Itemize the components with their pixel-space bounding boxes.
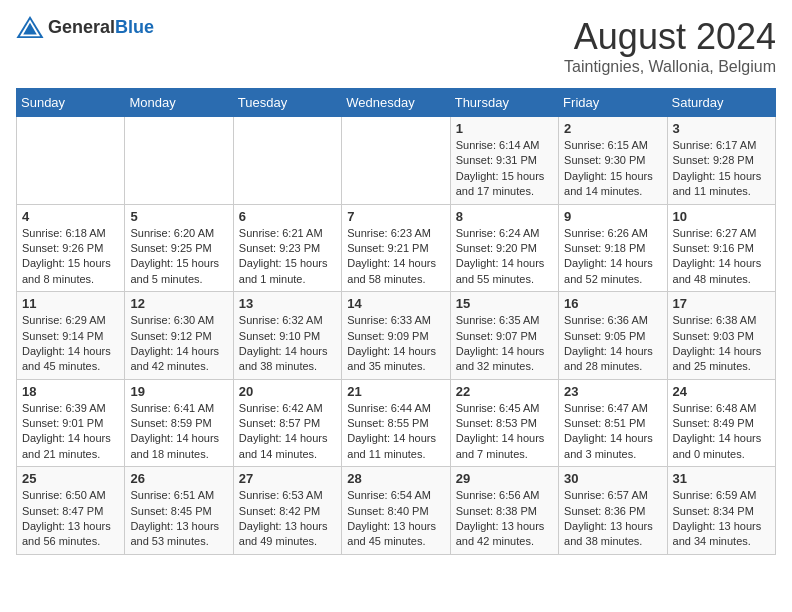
calendar-cell: 3Sunrise: 6:17 AM Sunset: 9:28 PM Daylig…	[667, 117, 775, 205]
day-info: Sunrise: 6:14 AM Sunset: 9:31 PM Dayligh…	[456, 138, 553, 200]
calendar-cell: 21Sunrise: 6:44 AM Sunset: 8:55 PM Dayli…	[342, 379, 450, 467]
weekday-header-monday: Monday	[125, 89, 233, 117]
day-number: 10	[673, 209, 770, 224]
calendar-cell: 6Sunrise: 6:21 AM Sunset: 9:23 PM Daylig…	[233, 204, 341, 292]
calendar-cell: 27Sunrise: 6:53 AM Sunset: 8:42 PM Dayli…	[233, 467, 341, 555]
day-number: 4	[22, 209, 119, 224]
calendar-cell: 7Sunrise: 6:23 AM Sunset: 9:21 PM Daylig…	[342, 204, 450, 292]
day-number: 5	[130, 209, 227, 224]
day-info: Sunrise: 6:57 AM Sunset: 8:36 PM Dayligh…	[564, 488, 661, 550]
day-info: Sunrise: 6:20 AM Sunset: 9:25 PM Dayligh…	[130, 226, 227, 288]
day-info: Sunrise: 6:47 AM Sunset: 8:51 PM Dayligh…	[564, 401, 661, 463]
day-number: 17	[673, 296, 770, 311]
calendar-cell: 18Sunrise: 6:39 AM Sunset: 9:01 PM Dayli…	[17, 379, 125, 467]
calendar-cell: 24Sunrise: 6:48 AM Sunset: 8:49 PM Dayli…	[667, 379, 775, 467]
day-number: 27	[239, 471, 336, 486]
day-number: 1	[456, 121, 553, 136]
day-number: 18	[22, 384, 119, 399]
calendar-cell	[233, 117, 341, 205]
weekday-header-wednesday: Wednesday	[342, 89, 450, 117]
calendar-week-row: 4Sunrise: 6:18 AM Sunset: 9:26 PM Daylig…	[17, 204, 776, 292]
logo-icon	[16, 16, 44, 38]
day-info: Sunrise: 6:23 AM Sunset: 9:21 PM Dayligh…	[347, 226, 444, 288]
day-number: 25	[22, 471, 119, 486]
day-info: Sunrise: 6:51 AM Sunset: 8:45 PM Dayligh…	[130, 488, 227, 550]
calendar-cell: 20Sunrise: 6:42 AM Sunset: 8:57 PM Dayli…	[233, 379, 341, 467]
weekday-header-thursday: Thursday	[450, 89, 558, 117]
day-info: Sunrise: 6:42 AM Sunset: 8:57 PM Dayligh…	[239, 401, 336, 463]
calendar-week-row: 25Sunrise: 6:50 AM Sunset: 8:47 PM Dayli…	[17, 467, 776, 555]
day-info: Sunrise: 6:56 AM Sunset: 8:38 PM Dayligh…	[456, 488, 553, 550]
day-number: 12	[130, 296, 227, 311]
day-number: 29	[456, 471, 553, 486]
day-number: 30	[564, 471, 661, 486]
day-number: 21	[347, 384, 444, 399]
calendar-week-row: 18Sunrise: 6:39 AM Sunset: 9:01 PM Dayli…	[17, 379, 776, 467]
day-number: 24	[673, 384, 770, 399]
day-number: 9	[564, 209, 661, 224]
day-number: 13	[239, 296, 336, 311]
day-info: Sunrise: 6:48 AM Sunset: 8:49 PM Dayligh…	[673, 401, 770, 463]
day-info: Sunrise: 6:17 AM Sunset: 9:28 PM Dayligh…	[673, 138, 770, 200]
day-number: 6	[239, 209, 336, 224]
calendar-cell: 5Sunrise: 6:20 AM Sunset: 9:25 PM Daylig…	[125, 204, 233, 292]
day-info: Sunrise: 6:24 AM Sunset: 9:20 PM Dayligh…	[456, 226, 553, 288]
day-info: Sunrise: 6:29 AM Sunset: 9:14 PM Dayligh…	[22, 313, 119, 375]
day-info: Sunrise: 6:21 AM Sunset: 9:23 PM Dayligh…	[239, 226, 336, 288]
day-info: Sunrise: 6:32 AM Sunset: 9:10 PM Dayligh…	[239, 313, 336, 375]
day-number: 19	[130, 384, 227, 399]
day-info: Sunrise: 6:18 AM Sunset: 9:26 PM Dayligh…	[22, 226, 119, 288]
calendar-cell: 2Sunrise: 6:15 AM Sunset: 9:30 PM Daylig…	[559, 117, 667, 205]
day-info: Sunrise: 6:39 AM Sunset: 9:01 PM Dayligh…	[22, 401, 119, 463]
calendar-cell: 17Sunrise: 6:38 AM Sunset: 9:03 PM Dayli…	[667, 292, 775, 380]
calendar-cell	[125, 117, 233, 205]
calendar-table: SundayMondayTuesdayWednesdayThursdayFrid…	[16, 88, 776, 555]
weekday-header-sunday: Sunday	[17, 89, 125, 117]
day-info: Sunrise: 6:26 AM Sunset: 9:18 PM Dayligh…	[564, 226, 661, 288]
day-info: Sunrise: 6:38 AM Sunset: 9:03 PM Dayligh…	[673, 313, 770, 375]
day-number: 22	[456, 384, 553, 399]
day-number: 15	[456, 296, 553, 311]
title-section: August 2024 Taintignies, Wallonia, Belgi…	[564, 16, 776, 76]
calendar-week-row: 1Sunrise: 6:14 AM Sunset: 9:31 PM Daylig…	[17, 117, 776, 205]
calendar-subtitle: Taintignies, Wallonia, Belgium	[564, 58, 776, 76]
calendar-cell: 11Sunrise: 6:29 AM Sunset: 9:14 PM Dayli…	[17, 292, 125, 380]
day-number: 2	[564, 121, 661, 136]
day-info: Sunrise: 6:35 AM Sunset: 9:07 PM Dayligh…	[456, 313, 553, 375]
calendar-cell	[17, 117, 125, 205]
day-number: 31	[673, 471, 770, 486]
calendar-cell: 26Sunrise: 6:51 AM Sunset: 8:45 PM Dayli…	[125, 467, 233, 555]
calendar-title: August 2024	[564, 16, 776, 58]
day-number: 20	[239, 384, 336, 399]
day-info: Sunrise: 6:54 AM Sunset: 8:40 PM Dayligh…	[347, 488, 444, 550]
calendar-cell	[342, 117, 450, 205]
day-info: Sunrise: 6:27 AM Sunset: 9:16 PM Dayligh…	[673, 226, 770, 288]
calendar-cell: 9Sunrise: 6:26 AM Sunset: 9:18 PM Daylig…	[559, 204, 667, 292]
calendar-cell: 23Sunrise: 6:47 AM Sunset: 8:51 PM Dayli…	[559, 379, 667, 467]
weekday-header-friday: Friday	[559, 89, 667, 117]
day-info: Sunrise: 6:33 AM Sunset: 9:09 PM Dayligh…	[347, 313, 444, 375]
header: GeneralBlue August 2024 Taintignies, Wal…	[16, 16, 776, 76]
day-info: Sunrise: 6:53 AM Sunset: 8:42 PM Dayligh…	[239, 488, 336, 550]
calendar-cell: 16Sunrise: 6:36 AM Sunset: 9:05 PM Dayli…	[559, 292, 667, 380]
day-info: Sunrise: 6:44 AM Sunset: 8:55 PM Dayligh…	[347, 401, 444, 463]
day-info: Sunrise: 6:36 AM Sunset: 9:05 PM Dayligh…	[564, 313, 661, 375]
day-info: Sunrise: 6:41 AM Sunset: 8:59 PM Dayligh…	[130, 401, 227, 463]
day-info: Sunrise: 6:30 AM Sunset: 9:12 PM Dayligh…	[130, 313, 227, 375]
logo: GeneralBlue	[16, 16, 154, 38]
calendar-cell: 25Sunrise: 6:50 AM Sunset: 8:47 PM Dayli…	[17, 467, 125, 555]
calendar-week-row: 11Sunrise: 6:29 AM Sunset: 9:14 PM Dayli…	[17, 292, 776, 380]
weekday-header-row: SundayMondayTuesdayWednesdayThursdayFrid…	[17, 89, 776, 117]
calendar-cell: 1Sunrise: 6:14 AM Sunset: 9:31 PM Daylig…	[450, 117, 558, 205]
logo-general: GeneralBlue	[48, 17, 154, 38]
calendar-cell: 8Sunrise: 6:24 AM Sunset: 9:20 PM Daylig…	[450, 204, 558, 292]
calendar-cell: 30Sunrise: 6:57 AM Sunset: 8:36 PM Dayli…	[559, 467, 667, 555]
calendar-cell: 22Sunrise: 6:45 AM Sunset: 8:53 PM Dayli…	[450, 379, 558, 467]
day-info: Sunrise: 6:15 AM Sunset: 9:30 PM Dayligh…	[564, 138, 661, 200]
calendar-cell: 28Sunrise: 6:54 AM Sunset: 8:40 PM Dayli…	[342, 467, 450, 555]
calendar-cell: 10Sunrise: 6:27 AM Sunset: 9:16 PM Dayli…	[667, 204, 775, 292]
day-info: Sunrise: 6:50 AM Sunset: 8:47 PM Dayligh…	[22, 488, 119, 550]
day-number: 23	[564, 384, 661, 399]
calendar-cell: 4Sunrise: 6:18 AM Sunset: 9:26 PM Daylig…	[17, 204, 125, 292]
calendar-cell: 31Sunrise: 6:59 AM Sunset: 8:34 PM Dayli…	[667, 467, 775, 555]
